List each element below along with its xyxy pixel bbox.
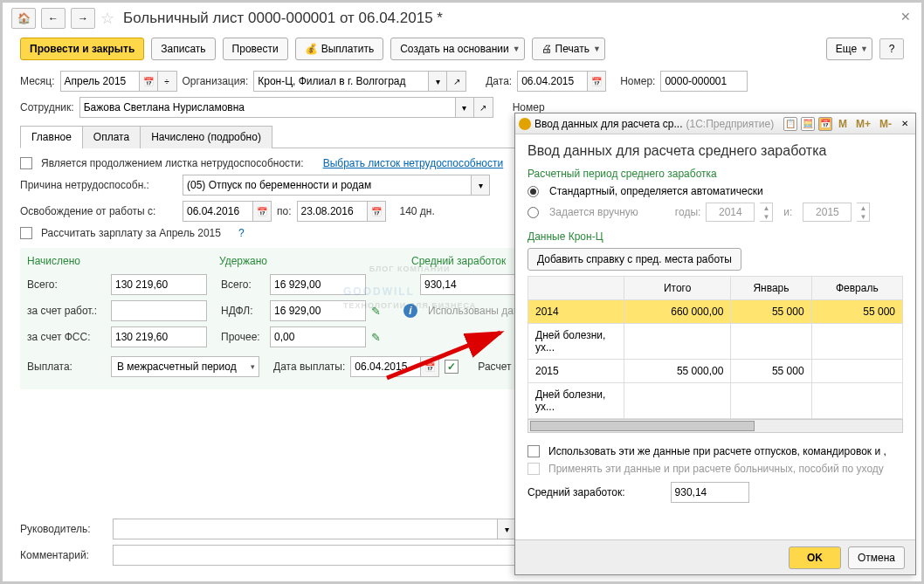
employee-label: Сотрудник: <box>20 101 74 113</box>
calc-salary-checkbox[interactable] <box>20 227 32 239</box>
tb-icon-2[interactable]: 🧮 <box>801 117 815 131</box>
total-withheld-input[interactable]: 16 929,00 <box>270 274 366 295</box>
th-feb: Февраль <box>811 277 902 300</box>
pay-button[interactable]: 💰Выплатить <box>295 38 384 60</box>
dropdown-icon[interactable]: ▾ <box>455 97 474 118</box>
info-icon[interactable]: i <box>403 304 417 318</box>
table-row[interactable]: 2014 660 000,00 55 000 55 000 <box>528 300 903 324</box>
period-label: Расчетный период среднего заработка <box>528 168 903 180</box>
add-reference-button[interactable]: Добавить справку с пред. места работы <box>528 248 741 271</box>
total-label-2: Всего: <box>221 278 265 291</box>
total-accrued-input[interactable]: 130 219,60 <box>111 274 207 295</box>
manager-input[interactable] <box>113 519 497 539</box>
data-label: Данные Крон-Ц <box>528 230 903 243</box>
ok-button[interactable]: OK <box>789 546 841 569</box>
open-icon[interactable]: ↗ <box>474 97 493 118</box>
calendar-icon[interactable]: 📅 <box>367 201 386 222</box>
free-from-label: Освобождение от работы с: <box>20 205 177 217</box>
free-to-input[interactable]: 23.08.2016 <box>297 201 367 222</box>
pencil-icon[interactable]: ✎ <box>371 305 381 318</box>
month-label: Месяц: <box>20 75 55 87</box>
numln-label: Номер <box>513 101 545 113</box>
year2-input[interactable]: 2015 <box>803 203 852 222</box>
calc-salary-label: Рассчитать зарплату за Апрель 2015 <box>41 227 221 239</box>
reason-input[interactable]: (05) Отпуск по беременности и родам <box>183 175 471 196</box>
back-button[interactable]: ← <box>41 8 66 29</box>
year1-input[interactable]: 2014 <box>706 203 755 222</box>
earnings-table: Итого Январь Февраль 2014 660 000,00 55 … <box>528 276 903 419</box>
employee-input[interactable]: Бажова Светлана Нурисламовна <box>79 97 455 118</box>
tab-accrued[interactable]: Начислено (подробно) <box>140 126 272 148</box>
table-row[interactable]: Дней болезни, ух... <box>528 383 903 419</box>
year1-stepper[interactable]: ▲▼ <box>760 203 773 222</box>
avg-foot-input[interactable]: 930,14 <box>671 482 749 503</box>
radio-standard-label: Стандартный, определяется автоматически <box>549 185 763 197</box>
table-row[interactable]: Дней болезни, ух... <box>528 324 903 360</box>
fss-input[interactable]: 130 219,60 <box>111 326 207 347</box>
create-based-button[interactable]: Создать на основании ▼ <box>390 38 524 60</box>
cancel-button[interactable]: Отмена <box>848 546 905 569</box>
paydate-input[interactable]: 06.04.2015 <box>350 356 420 377</box>
radio-manual-label: Задается вручную <box>549 206 638 218</box>
help-button[interactable]: ? <box>879 38 904 59</box>
ndfl-input[interactable]: 16 929,00 <box>270 300 366 321</box>
radio-manual[interactable] <box>528 207 539 218</box>
comment-input[interactable] <box>113 545 516 566</box>
stepper-icon[interactable]: ÷ <box>158 71 177 92</box>
popup-close-icon[interactable]: ✕ <box>898 117 912 131</box>
tab-pay[interactable]: Оплата <box>82 126 141 148</box>
post-button[interactable]: Провести <box>223 38 288 60</box>
number-input[interactable]: 0000-000001 <box>660 71 748 92</box>
dropdown-icon[interactable]: ▾ <box>471 175 490 196</box>
ndfl-label: НДФЛ: <box>221 305 265 317</box>
date-input[interactable]: 06.04.2015 <box>517 71 587 92</box>
paid-checkbox[interactable]: ✓ <box>445 360 459 374</box>
open-icon[interactable]: ↗ <box>447 71 466 92</box>
tb-icon-3[interactable]: 📅 <box>818 117 832 131</box>
other-input[interactable]: 0,00 <box>270 326 366 347</box>
calendar-icon[interactable]: 📅 <box>420 356 439 377</box>
radio-standard[interactable] <box>528 186 539 197</box>
mem-mplus[interactable]: M+ <box>853 118 873 130</box>
write-button[interactable]: Записать <box>151 38 215 60</box>
table-row[interactable]: 2015 55 000,00 55 000 <box>528 360 903 383</box>
question-link[interactable]: ? <box>238 227 245 239</box>
h-scrollbar[interactable] <box>528 419 903 433</box>
mem-m[interactable]: M <box>836 118 850 130</box>
print-button[interactable]: 🖨Печать ▼ <box>532 38 605 60</box>
accrued-heading: Начислено <box>27 255 202 267</box>
close-icon[interactable]: ✕ <box>900 10 911 24</box>
free-from-input[interactable]: 06.04.2016 <box>183 201 252 222</box>
continuation-checkbox[interactable] <box>20 157 32 169</box>
mem-mminus[interactable]: M- <box>877 118 894 130</box>
calendar-icon[interactable]: 📅 <box>139 71 158 92</box>
select-sheet-link[interactable]: Выбрать листок нетрудоспособности <box>323 157 504 169</box>
forward-button[interactable]: → <box>71 8 95 29</box>
org-input[interactable]: Крон-Ц, Филиал в г. Волгоград <box>253 71 428 92</box>
apply-also-label: Применять эти данные и при расчете больн… <box>548 463 884 475</box>
use-same-checkbox[interactable] <box>528 445 540 457</box>
calendar-icon[interactable]: 📅 <box>587 71 606 92</box>
month-input[interactable]: Апрель 2015 <box>60 71 139 92</box>
avg-input[interactable]: 930,14 <box>420 274 516 295</box>
post-and-close-button[interactable]: Провести и закрыть <box>20 38 144 60</box>
years-label: годы: <box>675 206 700 218</box>
date-label: Дата: <box>486 75 512 87</box>
avg-heading: Средний заработок <box>411 255 506 267</box>
calendar-icon[interactable]: 📅 <box>252 201 272 222</box>
home-button[interactable]: 🏠 <box>11 8 36 29</box>
pencil-icon[interactable]: ✎ <box>371 331 381 344</box>
tab-main[interactable]: Главное <box>20 126 83 148</box>
payout-select[interactable]: В межрасчетный период <box>111 356 259 377</box>
year2-stepper[interactable]: ▲▼ <box>857 203 870 222</box>
dropdown-icon[interactable]: ▾ <box>428 71 447 92</box>
dropdown-icon[interactable]: ▾ <box>497 519 516 539</box>
manager-label: Руководитель: <box>20 523 107 535</box>
more-button[interactable]: Еще ▼ <box>826 38 872 60</box>
favorite-icon[interactable]: ☆ <box>100 9 114 28</box>
emp-share-label: за счет работ.: <box>27 305 106 317</box>
emp-share-input[interactable] <box>111 300 207 321</box>
use-same-label: Использовать эти же данные при расчете о… <box>548 445 886 457</box>
tb-icon-1[interactable]: 📋 <box>783 117 797 131</box>
avg-foot-label: Средний заработок: <box>528 486 625 498</box>
